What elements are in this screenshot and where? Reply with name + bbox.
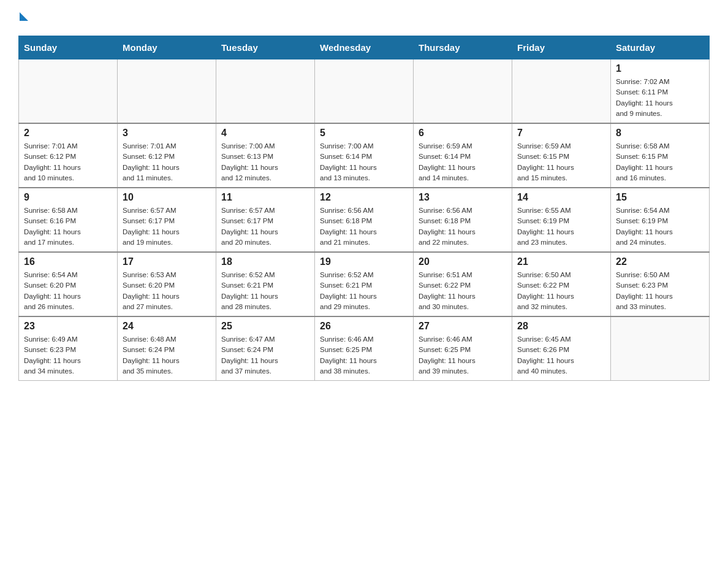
day-number: 17 xyxy=(123,256,211,267)
calendar-cell: 28Sunrise: 6:45 AM Sunset: 6:26 PM Dayli… xyxy=(512,316,611,381)
calendar-cell: 13Sunrise: 6:56 AM Sunset: 6:18 PM Dayli… xyxy=(414,188,512,252)
weekday-header-wednesday: Wednesday xyxy=(315,36,414,59)
calendar-cell: 7Sunrise: 6:59 AM Sunset: 6:15 PM Daylig… xyxy=(512,123,611,188)
calendar-cell: 26Sunrise: 6:46 AM Sunset: 6:25 PM Dayli… xyxy=(315,316,414,381)
calendar-cell: 18Sunrise: 6:52 AM Sunset: 6:21 PM Dayli… xyxy=(216,252,315,316)
day-info: Sunrise: 6:59 AM Sunset: 6:14 PM Dayligh… xyxy=(419,141,507,183)
weekday-header-friday: Friday xyxy=(512,36,611,59)
calendar-cell: 24Sunrise: 6:48 AM Sunset: 6:24 PM Dayli… xyxy=(118,316,216,381)
calendar-cell xyxy=(414,59,512,124)
day-number: 12 xyxy=(320,192,408,203)
day-number: 11 xyxy=(221,192,309,203)
day-number: 16 xyxy=(24,256,112,267)
calendar-cell xyxy=(315,59,414,124)
calendar-cell: 25Sunrise: 6:47 AM Sunset: 6:24 PM Dayli… xyxy=(216,316,315,381)
calendar-cell: 19Sunrise: 6:52 AM Sunset: 6:21 PM Dayli… xyxy=(315,252,414,316)
day-info: Sunrise: 6:52 AM Sunset: 6:21 PM Dayligh… xyxy=(320,270,408,312)
day-info: Sunrise: 7:02 AM Sunset: 6:11 PM Dayligh… xyxy=(616,77,704,119)
day-number: 14 xyxy=(517,192,605,203)
day-info: Sunrise: 6:57 AM Sunset: 6:17 PM Dayligh… xyxy=(221,205,309,248)
day-number: 20 xyxy=(419,256,507,267)
calendar-cell: 27Sunrise: 6:46 AM Sunset: 6:25 PM Dayli… xyxy=(414,316,512,381)
weekday-header-monday: Monday xyxy=(118,36,216,59)
day-number: 4 xyxy=(221,128,309,139)
day-info: Sunrise: 6:57 AM Sunset: 6:17 PM Dayligh… xyxy=(123,205,211,248)
calendar-cell xyxy=(512,59,611,124)
calendar-cell xyxy=(19,59,118,124)
day-info: Sunrise: 6:53 AM Sunset: 6:20 PM Dayligh… xyxy=(123,270,211,312)
day-number: 15 xyxy=(616,192,704,203)
calendar-cell: 20Sunrise: 6:51 AM Sunset: 6:22 PM Dayli… xyxy=(414,252,512,316)
page-header xyxy=(18,12,710,23)
day-info: Sunrise: 7:01 AM Sunset: 6:12 PM Dayligh… xyxy=(123,141,211,183)
day-number: 23 xyxy=(24,321,112,332)
day-info: Sunrise: 6:49 AM Sunset: 6:23 PM Dayligh… xyxy=(24,334,112,377)
logo xyxy=(18,12,28,23)
weekday-header-thursday: Thursday xyxy=(414,36,512,59)
weekday-header-saturday: Saturday xyxy=(611,36,710,59)
day-info: Sunrise: 7:00 AM Sunset: 6:14 PM Dayligh… xyxy=(320,141,408,183)
calendar-cell: 1Sunrise: 7:02 AM Sunset: 6:11 PM Daylig… xyxy=(611,59,710,124)
day-info: Sunrise: 6:50 AM Sunset: 6:22 PM Dayligh… xyxy=(517,270,605,312)
calendar-cell: 9Sunrise: 6:58 AM Sunset: 6:16 PM Daylig… xyxy=(19,188,118,252)
calendar-cell xyxy=(118,59,216,124)
day-info: Sunrise: 6:45 AM Sunset: 6:26 PM Dayligh… xyxy=(517,334,605,377)
day-number: 28 xyxy=(517,321,605,332)
calendar-cell xyxy=(611,316,710,381)
calendar-cell xyxy=(216,59,315,124)
calendar-cell: 4Sunrise: 7:00 AM Sunset: 6:13 PM Daylig… xyxy=(216,123,315,188)
day-number: 19 xyxy=(320,256,408,267)
day-info: Sunrise: 6:54 AM Sunset: 6:19 PM Dayligh… xyxy=(616,205,704,248)
calendar-cell: 2Sunrise: 7:01 AM Sunset: 6:12 PM Daylig… xyxy=(19,123,118,188)
calendar-cell: 14Sunrise: 6:55 AM Sunset: 6:19 PM Dayli… xyxy=(512,188,611,252)
calendar-cell: 6Sunrise: 6:59 AM Sunset: 6:14 PM Daylig… xyxy=(414,123,512,188)
day-number: 22 xyxy=(616,256,704,267)
day-info: Sunrise: 6:48 AM Sunset: 6:24 PM Dayligh… xyxy=(123,334,211,377)
calendar-cell: 11Sunrise: 6:57 AM Sunset: 6:17 PM Dayli… xyxy=(216,188,315,252)
day-info: Sunrise: 7:01 AM Sunset: 6:12 PM Dayligh… xyxy=(24,141,112,183)
calendar-cell: 8Sunrise: 6:58 AM Sunset: 6:15 PM Daylig… xyxy=(611,123,710,188)
day-number: 5 xyxy=(320,128,408,139)
day-info: Sunrise: 6:56 AM Sunset: 6:18 PM Dayligh… xyxy=(419,205,507,248)
day-number: 27 xyxy=(419,321,507,332)
calendar-cell: 10Sunrise: 6:57 AM Sunset: 6:17 PM Dayli… xyxy=(118,188,216,252)
calendar-cell: 21Sunrise: 6:50 AM Sunset: 6:22 PM Dayli… xyxy=(512,252,611,316)
day-number: 3 xyxy=(123,128,211,139)
day-info: Sunrise: 6:56 AM Sunset: 6:18 PM Dayligh… xyxy=(320,205,408,248)
weekday-header-tuesday: Tuesday xyxy=(216,36,315,59)
day-number: 18 xyxy=(221,256,309,267)
calendar-cell: 23Sunrise: 6:49 AM Sunset: 6:23 PM Dayli… xyxy=(19,316,118,381)
weekday-header-sunday: Sunday xyxy=(19,36,118,59)
day-number: 26 xyxy=(320,321,408,332)
day-number: 10 xyxy=(123,192,211,203)
calendar-cell: 22Sunrise: 6:50 AM Sunset: 6:23 PM Dayli… xyxy=(611,252,710,316)
day-number: 24 xyxy=(123,321,211,332)
day-number: 2 xyxy=(24,128,112,139)
day-info: Sunrise: 6:50 AM Sunset: 6:23 PM Dayligh… xyxy=(616,270,704,312)
day-number: 7 xyxy=(517,128,605,139)
calendar-cell: 12Sunrise: 6:56 AM Sunset: 6:18 PM Dayli… xyxy=(315,188,414,252)
calendar-cell: 15Sunrise: 6:54 AM Sunset: 6:19 PM Dayli… xyxy=(611,188,710,252)
day-number: 9 xyxy=(24,192,112,203)
day-info: Sunrise: 6:52 AM Sunset: 6:21 PM Dayligh… xyxy=(221,270,309,312)
day-info: Sunrise: 6:46 AM Sunset: 6:25 PM Dayligh… xyxy=(419,334,507,377)
calendar-table: SundayMondayTuesdayWednesdayThursdayFrid… xyxy=(18,36,710,381)
day-info: Sunrise: 6:54 AM Sunset: 6:20 PM Dayligh… xyxy=(24,270,112,312)
day-info: Sunrise: 6:51 AM Sunset: 6:22 PM Dayligh… xyxy=(419,270,507,312)
day-info: Sunrise: 7:00 AM Sunset: 6:13 PM Dayligh… xyxy=(221,141,309,183)
calendar-cell: 3Sunrise: 7:01 AM Sunset: 6:12 PM Daylig… xyxy=(118,123,216,188)
day-number: 6 xyxy=(419,128,507,139)
day-info: Sunrise: 6:46 AM Sunset: 6:25 PM Dayligh… xyxy=(320,334,408,377)
day-info: Sunrise: 6:58 AM Sunset: 6:16 PM Dayligh… xyxy=(24,205,112,248)
day-info: Sunrise: 6:59 AM Sunset: 6:15 PM Dayligh… xyxy=(517,141,605,183)
day-info: Sunrise: 6:58 AM Sunset: 6:15 PM Dayligh… xyxy=(616,141,704,183)
day-info: Sunrise: 6:55 AM Sunset: 6:19 PM Dayligh… xyxy=(517,205,605,248)
day-number: 21 xyxy=(517,256,605,267)
day-number: 8 xyxy=(616,128,704,139)
day-number: 25 xyxy=(221,321,309,332)
logo-arrow-icon xyxy=(20,12,28,21)
day-number: 13 xyxy=(419,192,507,203)
calendar-cell: 17Sunrise: 6:53 AM Sunset: 6:20 PM Dayli… xyxy=(118,252,216,316)
calendar-cell: 16Sunrise: 6:54 AM Sunset: 6:20 PM Dayli… xyxy=(19,252,118,316)
day-info: Sunrise: 6:47 AM Sunset: 6:24 PM Dayligh… xyxy=(221,334,309,377)
